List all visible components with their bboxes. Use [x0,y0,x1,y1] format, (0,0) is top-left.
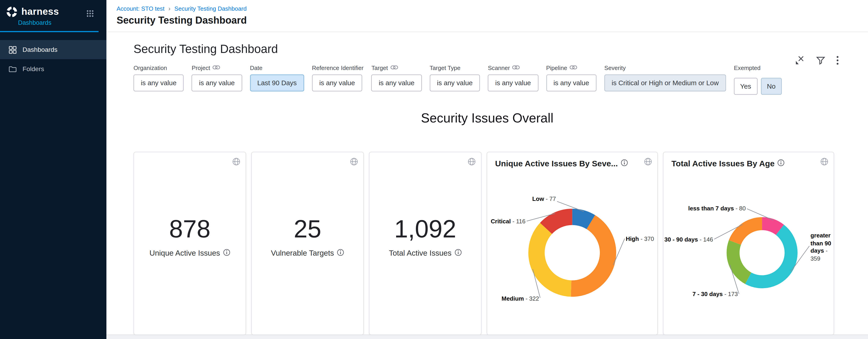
filter-target-value[interactable]: is any value [371,75,422,91]
filter-severity: Severity is Critical or High or Medium o… [604,64,726,91]
dashboard-title: Security Testing Dashboard [133,42,868,56]
module-accent-line [0,31,98,32]
tiles-row: 878 Unique Active Issues 25 [133,152,868,335]
filter-target-type-value[interactable]: is any value [430,75,480,91]
filter-date: Date Last 90 Days [250,64,304,91]
filter-target: Target is any value [371,64,422,91]
filter-organization-value[interactable]: is any value [133,75,184,91]
tile-vulnerable-targets: 25 Vulnerable Targets [251,152,364,335]
tile-unique-active-issues: 878 Unique Active Issues [133,152,246,335]
filter-icon[interactable] [816,56,825,64]
chart-label: High - 370 [626,235,657,243]
dashboards-icon [8,46,17,54]
chart-card-severity: Unique Active Issues By Seve... Low - 77… [487,152,658,335]
link-icon [390,64,398,71]
chart-label: Medium - 322 [500,295,539,303]
breadcrumb-dashboard-link[interactable]: Security Testing Dashboard [175,5,247,12]
globe-icon[interactable] [468,158,476,166]
sidebar-item-label: Dashboards [23,46,57,53]
filter-pipeline: Pipeline is any value [546,64,596,91]
tile-label: Vulnerable Targets [271,249,334,257]
chart-card-age: Total Active Issues By Age less than 7 d… [663,152,834,335]
filter-label: Target Type [430,64,461,71]
filter-label: Pipeline [546,64,567,71]
filter-severity-value[interactable]: is Critical or High or Medium or Low [604,75,726,91]
info-icon[interactable] [454,249,461,258]
filter-label: Scanner [488,64,510,71]
filter-organization: Organization is any value [133,64,184,91]
donut-chart-severity[interactable] [487,152,659,336]
chart-label: Critical - 116 [489,218,526,225]
tile-label: Total Active Issues [389,249,452,257]
filter-scanner: Scanner is any value [488,64,538,91]
filter-bar: Organization is any value Project is any… [133,64,868,95]
donut-chart-age[interactable] [663,152,835,336]
sidebar-item-label: Folders [23,65,44,72]
sidebar-item-dashboards[interactable]: Dashboards [0,40,106,59]
dashboard-panel: Security Testing Dashboard [106,42,868,335]
app: harness Dashboards [0,0,868,339]
page-header: Account: STO test Security Testing Dashb… [106,0,868,32]
sidebar-nav: Dashboards Folders [0,40,106,78]
breadcrumb-account-link[interactable]: Account: STO test [117,5,164,12]
exempted-no-button[interactable]: No [761,78,782,95]
close-icon[interactable] [795,56,805,65]
sidebar-item-folders[interactable]: Folders [0,59,106,78]
link-icon [512,64,520,71]
filter-project: Project is any value [192,64,242,91]
chart-label: Low - 77 [520,195,556,203]
globe-icon[interactable] [350,158,358,166]
filter-date-value[interactable]: Last 90 Days [250,75,304,91]
filter-reference-identifier: Reference Identifier is any value [312,64,364,91]
chart-label: 30 - 90 days - 146 [663,236,713,244]
chevron-right-icon [168,5,170,12]
sidebar: harness Dashboards [0,0,106,339]
filter-label: Severity [604,64,626,71]
horizontal-scrollbar[interactable] [106,335,868,339]
tile-total-active-issues: 1,092 Total Active Issues [369,152,482,335]
info-icon[interactable] [337,249,344,258]
page-title: Security Testing Dashboard [117,15,868,27]
filter-label: Reference Identifier [312,64,364,71]
filter-reference-identifier-value[interactable]: is any value [312,75,362,91]
tile-label: Unique Active Issues [150,249,220,257]
chart-label: greater than 90 days - 359 [811,232,835,262]
module-label: Dashboards [18,19,106,26]
link-icon [569,64,578,71]
tile-value: 1,092 [394,215,456,243]
filter-project-value[interactable]: is any value [192,75,242,91]
filter-label: Date [250,64,262,71]
filter-pipeline-value[interactable]: is any value [546,75,596,91]
kebab-menu-icon[interactable] [836,56,839,65]
info-icon[interactable] [223,249,230,258]
filter-label: Project [192,64,210,71]
filter-scanner-value[interactable]: is any value [488,75,538,91]
dashboard-actions [795,56,839,65]
folder-icon [8,64,17,73]
brand-row: harness [0,0,106,18]
chart-label: 7 - 30 days - 173 [688,291,738,298]
breadcrumb: Account: STO test Security Testing Dashb… [117,0,868,12]
filter-label: Organization [133,64,167,71]
app-grid-icon[interactable] [86,9,94,20]
section-title: Security Issues Overall [106,111,868,126]
exempted-yes-button[interactable]: Yes [734,78,757,95]
filter-exempted: Exempted Yes No [734,64,782,95]
tile-value: 878 [169,215,211,243]
filter-label: Exempted [734,64,761,71]
main-content: Account: STO test Security Testing Dashb… [106,0,868,339]
tile-value: 25 [294,215,321,243]
chart-label: less than 7 days - 80 [687,205,746,213]
filter-target-type: Target Type is any value [430,64,480,91]
globe-icon[interactable] [232,158,241,166]
filter-label: Target [371,64,388,71]
harness-logo-icon [6,6,18,18]
brand-wordmark: harness [21,6,59,18]
link-icon [212,64,220,71]
